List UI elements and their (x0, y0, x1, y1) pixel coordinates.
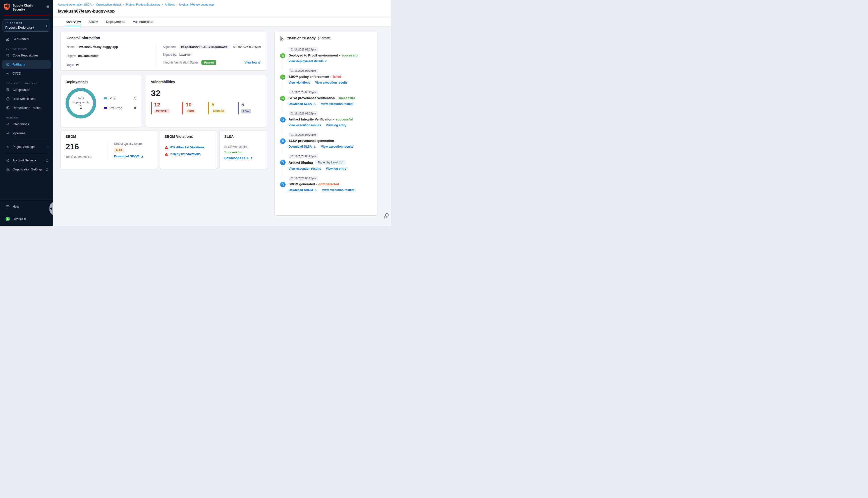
remediation-cube-icon (5, 106, 10, 110)
slsa-verification-status: Successful (224, 150, 262, 154)
chevron-right-icon: › (46, 23, 48, 28)
sidebar-item-label: Remediation Tracker (13, 106, 41, 110)
breadcrumb-link-current[interactable]: lavakush07/easy-buggy-app (179, 3, 214, 6)
tags-row: Tags: v5 (67, 62, 150, 67)
view-violations-link[interactable]: View violations (288, 81, 310, 84)
breadcrumb-link-artifacts[interactable]: Artifacts (165, 3, 177, 6)
card-title: SBOM Violations (165, 134, 212, 139)
sidebar-item-artifacts[interactable]: Artifacts (2, 60, 51, 69)
page-header: Account: Automation-SSCA Organization: d… (53, 0, 391, 17)
link-label: View log entry (326, 167, 346, 170)
view-execution-results-link[interactable]: View execution results (322, 188, 354, 192)
sbom-quality-label: SBOM Quality Score (114, 142, 144, 146)
field-label: Signed by: (163, 53, 177, 56)
breadcrumb-link-organization[interactable]: Organization: default (96, 3, 124, 6)
sidebar-item-help[interactable]: ? Help (2, 202, 51, 211)
sidebar-item-organization-settings[interactable]: Organization Settings (2, 165, 51, 174)
severity-count: 5 (241, 102, 251, 107)
sidebar-item-integrations[interactable]: Integrations (2, 120, 51, 129)
card-title: SLSA (224, 134, 262, 139)
severity-count: 5 (211, 102, 225, 107)
view-execution-results-link[interactable]: View execution results (321, 145, 353, 148)
slsa-verification-label: SLSA Verification (224, 145, 262, 148)
sidebar-item-cicd[interactable]: ∞ CI/CD (2, 69, 51, 78)
event-status: failed (333, 75, 341, 79)
deny-list-violations-link[interactable]: 2 Deny list Violations (165, 152, 212, 156)
legend-item-prod: Prod 1 (104, 96, 136, 100)
ssca-module-icon (280, 117, 286, 122)
view-execution-results-link[interactable]: View execution results (288, 123, 321, 127)
sidebar-item-label: Organization Settings (13, 168, 43, 171)
infinity-icon: ∞ (5, 71, 10, 76)
sidebar-item-rule-definitions[interactable]: Rule Definitions (2, 95, 51, 103)
sidebar-item-pipelines[interactable]: Pipelines (2, 129, 51, 138)
view-execution-results-link[interactable]: View execution results (315, 81, 347, 84)
module-grid-icon[interactable] (45, 4, 50, 9)
link-label: Download SLSA (288, 102, 312, 106)
user-avatar: L (5, 217, 10, 221)
sidebar-item-project-settings[interactable]: Project Settings › (2, 143, 51, 152)
link-label: View deployment details (288, 60, 324, 63)
legend-swatch-prod (104, 97, 107, 100)
link-label: View execution results (322, 188, 354, 192)
signature-value-chip[interactable]: MEQCICde2VjIT...bL+2+mqnOXw== (179, 45, 230, 49)
vulnerabilities-total: 32 (151, 89, 261, 97)
page-title: lavakush07/easy-buggy-app (58, 9, 386, 14)
download-icon (250, 157, 253, 160)
view-log-entry-link[interactable]: View log entry (326, 167, 346, 170)
breadcrumb-link-account[interactable]: Account: Automation-SSCA (58, 3, 94, 6)
sbom-total-dependencies: 216 (66, 143, 108, 150)
event-title: Artifact Signing (288, 161, 313, 165)
project-selector[interactable]: PROJECT Product Exploratory › (2, 19, 50, 31)
view-execution-results-link[interactable]: View execution results (288, 167, 321, 170)
link-label: 2 Deny list Violations (170, 152, 200, 156)
download-slsa-link[interactable]: Download SLSA (288, 145, 316, 148)
tab-sbom[interactable]: SBOM (88, 17, 99, 26)
view-execution-results-link[interactable]: View execution results (321, 102, 353, 106)
project-name: Product Exploratory (5, 26, 46, 29)
custody-events-timeline: ∞ 01/16/2025 03:27pm Deployed to Prod2 e… (281, 47, 373, 192)
allow-list-violations-link[interactable]: 637 Allow list Violations (165, 146, 212, 149)
view-log-link[interactable]: View log (245, 61, 261, 64)
download-slsa-link[interactable]: Download SLSA (224, 156, 262, 160)
sidebar-item-user[interactable]: L Lavakush (2, 214, 51, 223)
sidebar-item-code-repositories[interactable]: Code Repositories (2, 51, 51, 60)
tab-vulnerabilities[interactable]: Vulnerabilities (132, 17, 154, 26)
digest-value: 8d23bd3b5d8f (78, 54, 99, 58)
download-sbom-link[interactable]: Download SBOM (288, 188, 317, 192)
ssca-module-icon (280, 160, 286, 165)
severity-badge: HIGH (185, 109, 196, 114)
ssca-module-icon (280, 138, 286, 144)
event-title: SLSA provenance verification - (288, 96, 337, 100)
warning-triangle-icon (165, 152, 168, 156)
sidebar-item-remediation-tracker[interactable]: Remediation Tracker (2, 104, 51, 113)
tab-overview[interactable]: Overview (66, 17, 81, 26)
download-sbom-link[interactable]: Download SBOM (114, 155, 144, 158)
legend-label: Pre Prod (109, 106, 122, 110)
view-deployment-details-link[interactable]: View deployment details (288, 60, 328, 63)
breadcrumb-link-project[interactable]: Project: Product Exploratory (126, 3, 163, 6)
chevron-right-icon: › (48, 145, 49, 149)
artifact-name-value: lavakush07/easy-buggy-app (78, 45, 118, 49)
custody-title: Chain of Custody (287, 36, 316, 40)
donut-legend: Prod 1 Pre Prod 0 (104, 96, 137, 110)
link-label: View execution results (288, 123, 321, 127)
sidebar-item-get-started[interactable]: Get Started (2, 35, 51, 44)
link-label: View log (245, 61, 257, 64)
integrity-status-row: Integrity Verification Status: Passed Vi… (163, 60, 261, 65)
sidebar: Supply Chain Security PROJECT Product Ex… (0, 0, 53, 226)
download-slsa-link[interactable]: Download SLSA (288, 102, 316, 106)
card-title: Vulnerabilities (151, 80, 261, 84)
download-icon (141, 155, 144, 158)
view-log-entry-link[interactable]: View log entry (326, 123, 346, 127)
tab-deployments[interactable]: Deployments (105, 17, 126, 26)
field-label: Tags: (67, 63, 74, 67)
sidebar-item-account-settings[interactable]: Account Settings (2, 156, 51, 165)
brand: Supply Chain Security (0, 0, 53, 14)
sidebar-item-compliance[interactable]: Compliance (2, 86, 51, 94)
event-timestamp: 01/16/2025 03:26pm (288, 132, 318, 137)
feedback-chat-button[interactable] (383, 212, 390, 219)
link-label: View violations (288, 81, 310, 84)
custody-event: ∞ 01/16/2025 03:27pm Deployed to Prod2 e… (281, 47, 373, 63)
severity-count: 10 (185, 102, 196, 107)
